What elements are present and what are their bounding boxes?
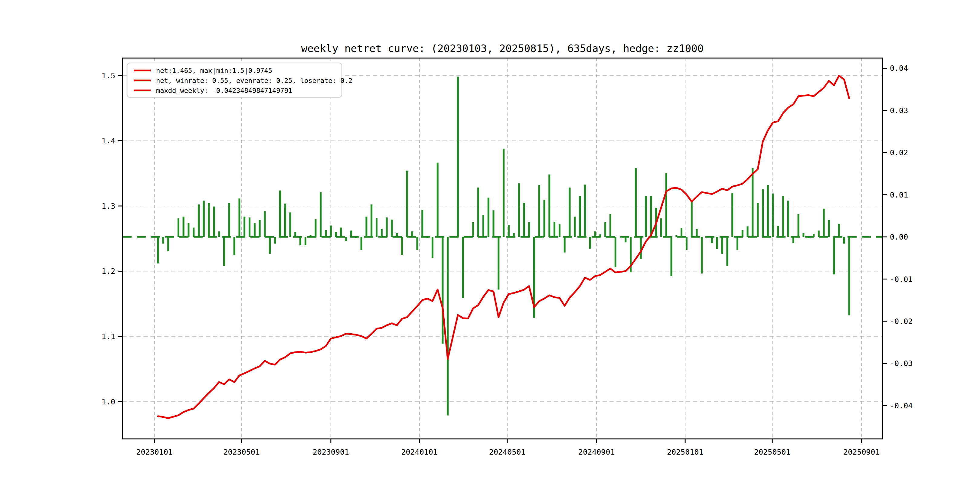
return-bar xyxy=(208,203,210,237)
return-bar xyxy=(223,237,225,266)
return-bar xyxy=(192,228,194,237)
x-tick-label: 20250901 xyxy=(843,448,880,457)
return-bar xyxy=(375,218,377,237)
return-bar xyxy=(640,237,642,259)
return-bar xyxy=(508,225,510,237)
y-right-tick-label: -0.04 xyxy=(890,401,913,410)
return-bar xyxy=(198,204,200,237)
return-bar xyxy=(731,193,733,237)
return-bar xyxy=(299,237,301,245)
return-bar xyxy=(782,196,784,237)
return-bar xyxy=(325,230,327,237)
return-bar xyxy=(234,237,235,255)
return-bar xyxy=(411,231,413,237)
return-bar xyxy=(605,222,606,237)
return-bar xyxy=(477,188,479,237)
return-bar xyxy=(482,215,484,237)
return-bar xyxy=(320,192,321,237)
return-bar xyxy=(711,237,713,243)
return-bar xyxy=(741,230,743,237)
return-bar xyxy=(528,222,530,237)
return-bar xyxy=(671,237,672,276)
y-right-tick-label: -0.02 xyxy=(890,317,913,326)
return-bar xyxy=(391,220,393,237)
return-bar xyxy=(650,196,652,237)
return-bar xyxy=(579,196,581,237)
return-bar xyxy=(757,203,759,237)
return-bar xyxy=(488,197,489,237)
return-bar xyxy=(183,216,185,237)
return-bar xyxy=(492,210,494,237)
return-bar xyxy=(259,220,261,237)
x-tick-label: 20240501 xyxy=(489,448,525,457)
return-bar xyxy=(498,237,500,290)
return-bar xyxy=(848,237,850,315)
return-bar xyxy=(788,200,789,237)
return-bar xyxy=(792,237,794,243)
return-bar xyxy=(843,237,845,243)
return-bar xyxy=(615,237,616,267)
return-bar xyxy=(691,200,693,237)
return-bar xyxy=(462,237,464,298)
y-right-tick-label: -0.01 xyxy=(890,275,913,284)
return-bar xyxy=(589,237,591,249)
return-bar xyxy=(432,237,433,258)
y-left-tick-label: 1.4 xyxy=(102,137,115,145)
return-bar xyxy=(558,224,560,237)
return-bar xyxy=(203,200,205,237)
return-bar xyxy=(274,237,276,243)
return-bar xyxy=(213,207,215,237)
return-bar xyxy=(584,185,586,237)
return-bar xyxy=(518,183,520,237)
y-left-tick-label: 1.0 xyxy=(102,398,115,406)
y-right-tick-label: 0.03 xyxy=(890,106,908,115)
return-bar xyxy=(574,216,576,237)
y-right-tick-label: -0.03 xyxy=(890,359,913,368)
legend-label-winrate: net, winrate: 0.55, evenrate: 0.25, lose… xyxy=(156,77,352,84)
return-bar xyxy=(289,212,291,237)
return-bar xyxy=(457,76,459,237)
return-bar xyxy=(437,163,439,237)
return-bar xyxy=(188,223,189,237)
y-left-tick-label: 1.5 xyxy=(102,72,115,80)
return-bar xyxy=(833,237,835,274)
x-tick-label: 20240101 xyxy=(401,448,438,457)
return-bar xyxy=(162,237,164,243)
return-bar xyxy=(330,226,332,237)
return-bar xyxy=(554,222,555,237)
return-bar xyxy=(564,237,566,253)
return-bar xyxy=(538,185,540,237)
return-bar xyxy=(361,237,362,250)
y-right-tick-label: 0.02 xyxy=(890,148,908,157)
return-bar xyxy=(243,216,245,237)
return-bar xyxy=(625,237,627,242)
return-bar xyxy=(406,170,408,237)
return-bar xyxy=(823,209,825,237)
return-bar xyxy=(218,231,220,237)
x-tick-label: 20250501 xyxy=(754,448,790,457)
return-bar xyxy=(594,231,596,237)
return-bar xyxy=(798,214,799,237)
return-bar xyxy=(609,214,611,237)
return-bar xyxy=(264,211,266,237)
return-bar xyxy=(726,237,728,266)
y-left-tick-label: 1.2 xyxy=(102,267,115,275)
y-left-tick-label: 1.1 xyxy=(102,332,115,341)
return-bar xyxy=(838,224,840,237)
return-bar xyxy=(442,237,444,344)
return-bar xyxy=(752,168,753,237)
return-bar xyxy=(701,237,703,274)
legend: net:1.465, max|min:1.5|0.9745 net, winra… xyxy=(127,63,352,97)
return-bar xyxy=(422,210,423,237)
return-bar xyxy=(762,189,764,237)
netret-chart-figure: 2023010120230501202309012024010120240501… xyxy=(0,0,980,490)
return-bar xyxy=(305,237,306,245)
return-bar xyxy=(472,222,474,237)
x-tick-label: 20230501 xyxy=(223,448,259,457)
x-tick-label: 20240901 xyxy=(578,448,615,457)
return-bar xyxy=(777,226,779,237)
return-bar xyxy=(665,173,667,237)
return-bar xyxy=(802,233,804,237)
x-tick-label: 20230101 xyxy=(136,448,172,457)
return-bar xyxy=(635,168,637,237)
